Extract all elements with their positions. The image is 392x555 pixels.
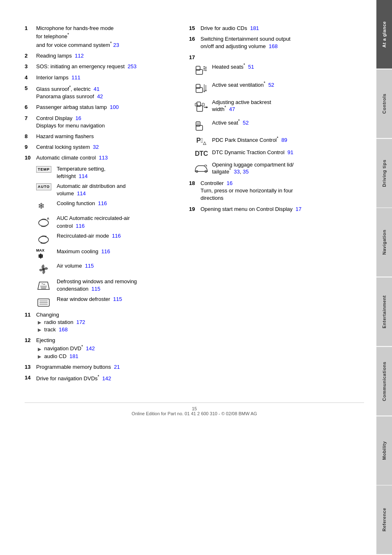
list-item: 18 Controller 16 Turn, press or move hor… [189, 180, 345, 202]
sidebar-tab-mobility[interactable]: Mobility [376, 416, 392, 485]
max-label: MAX❄ [36, 249, 44, 260]
right-sidebar: At a glance Controls Driving tips Naviga… [376, 0, 392, 555]
climate-sub-fan: Air volume 115 [36, 262, 181, 275]
climate-sub-defrost: Defrosting windows and removingcondensat… [36, 278, 181, 293]
right-col-dtc: DTC DTC Dynamic Traction Control 91 [191, 149, 345, 157]
climate-sub-auto: AUTO Automatic air distribution andvolum… [36, 183, 181, 197]
auc-icon: A [36, 215, 52, 228]
defrost-icon [36, 279, 51, 292]
list-item: 12 Ejecting ▶ navigation DVD* 142 ▶ audi… [25, 337, 181, 360]
right-col-luggage: Opening luggage compartment lid/tailgate… [191, 162, 345, 176]
footer-text: Online Edition for Part no. 01 41 2 600 … [131, 411, 257, 416]
svg-marker-29 [204, 106, 205, 108]
sidebar-tab-entertainment[interactable]: Entertainment [376, 278, 392, 346]
list-item: 5 Glass sunroof*, electric 41 Panorama g… [25, 85, 181, 101]
svg-marker-20 [203, 91, 205, 92]
list-item: 7 Control Display 16 Displays for menu n… [25, 115, 181, 130]
right-col-seat-ventilation: Active seat ventilation* 52 [191, 81, 345, 95]
sidebar-tab-controls[interactable]: Controls [376, 69, 392, 138]
sidebar-tab-reference[interactable]: Reference [376, 486, 392, 554]
main-content: 1 Microphone for hands-free mode for tel… [0, 0, 376, 555]
list-item: 4 Interior lamps 111 [25, 74, 181, 81]
two-col-layout: 1 Microphone for hands-free mode for tel… [25, 25, 364, 386]
list-item: 14 Drive for navigation DVDs* 142 [25, 374, 181, 383]
central-locking-text: Central locking system 32 [36, 143, 181, 151]
page-number: 15 [192, 406, 197, 411]
list-item-17: 17 [189, 54, 345, 61]
sidebar-tab-communications[interactable]: Communications [376, 347, 392, 416]
luggage-icon [193, 162, 210, 176]
list-item: 13 Programmable memory buttons 21 [25, 363, 181, 371]
list-item: 15 Drive for audio CDs 181 [189, 25, 345, 32]
active-seat-icon [193, 120, 210, 132]
list-item: 1 Microphone for hands-free mode for tel… [25, 25, 181, 49]
list-item: 16 Switching Entertainment sound output … [189, 35, 345, 50]
list-item: 19 Opening start menu on Control Display… [189, 206, 345, 213]
list-item: 11 Changing ▶ radio station 172 ▶ track … [25, 311, 181, 334]
right-col-pdc: P⃣△ PDC Park Distance Control* 89 [191, 136, 345, 145]
right-col-active-seat: Active seat* 52 [191, 119, 345, 132]
list-item: 6 Passenger airbag status lamp 100 [25, 104, 181, 111]
temp-label: TEMP [36, 166, 51, 173]
right-column: 15 Drive for audio CDs 181 16 Switching … [189, 25, 345, 386]
list-item-central-locking: 9 Central locking system 32 [25, 143, 181, 151]
list-item: 3 SOS: initiating an emergency request 2… [25, 63, 181, 70]
seat-ventilation-icon [193, 82, 210, 95]
climate-sub-rear-defrost: Rear window defroster 115 [36, 296, 181, 309]
page-footer: 15 Online Edition for Part no. 01 41 2 6… [25, 402, 364, 416]
hazard-warning-text: Hazard warning flashers [36, 133, 181, 140]
climate-sub-items: TEMP Temperature setting,left/right 114 … [25, 165, 181, 309]
fan-icon [36, 263, 51, 275]
item-number: 1 [25, 25, 36, 49]
svg-marker-30 [207, 106, 208, 108]
backrest-icon [193, 100, 210, 115]
climate-sub-max: MAX❄ Maximum cooling 116 [36, 248, 181, 260]
list-item: 10 Automatic climate control 113 [25, 154, 181, 162]
right-col-backrest: Adjusting active backrestwidth* 47 [191, 99, 345, 115]
climate-sub-recirculate: Recirculated-air mode 116 [36, 232, 181, 245]
climate-sub-auc: A AUC Automatic recirculated-aircontrol … [36, 215, 181, 229]
auto-label: AUTO [36, 183, 51, 190]
svg-marker-22 [205, 90, 207, 92]
left-column: 1 Microphone for hands-free mode for tel… [25, 25, 181, 386]
sidebar-tab-at-a-glance[interactable]: At a glance [376, 0, 392, 69]
list-item: 2 Reading lamps 112 [25, 52, 181, 60]
heated-seat-icon [193, 64, 210, 77]
climate-sub-cooling: ❄ Cooling function 116 [36, 200, 181, 212]
snowflake-icon: ❄ [36, 201, 48, 212]
svg-text:A: A [47, 217, 49, 220]
rear-defrost-icon [36, 296, 51, 309]
list-item-hazard: 8 Hazard warning flashers [25, 133, 181, 140]
item-text: Microphone for hands-free mode for telep… [36, 25, 181, 49]
item17-sub-items: Heated seats* 51 [189, 63, 345, 176]
sidebar-tab-navigation[interactable]: Navigation [376, 208, 392, 277]
svg-text:❄: ❄ [38, 201, 45, 210]
dtc-label: DTC [195, 150, 208, 157]
right-col-heated-seat: Heated seats* 51 [191, 63, 345, 77]
pdc-label: P⃣△ [196, 137, 207, 145]
recirculate-icon [36, 233, 52, 245]
sidebar-tab-driving-tips[interactable]: Driving tips [376, 139, 392, 208]
climate-sub-temp: TEMP Temperature setting,left/right 114 [36, 165, 181, 180]
page-container: 1 Microphone for hands-free mode for tel… [0, 0, 392, 555]
